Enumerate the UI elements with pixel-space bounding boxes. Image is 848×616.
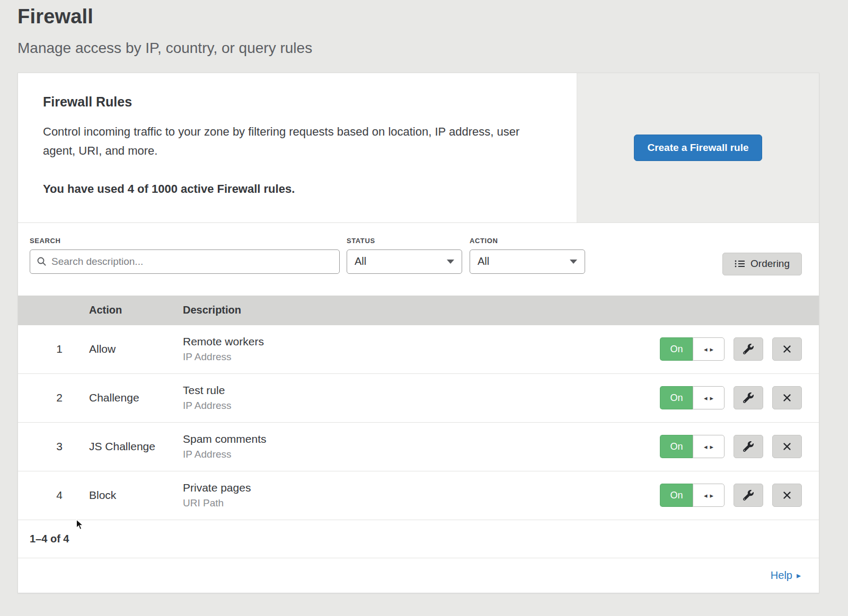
arrow-left-icon: ◂	[704, 443, 708, 451]
arrow-right-icon: ▸	[710, 345, 714, 353]
arrow-right-icon: ▸	[797, 570, 801, 581]
rule-priority: 3	[30, 440, 89, 453]
rule-description-cell: Test rule IP Address	[183, 384, 660, 412]
wrench-icon	[743, 490, 754, 501]
pagination-summary: 1–4 of 4	[18, 520, 819, 558]
rule-match-type: IP Address	[183, 351, 660, 363]
rule-match-type: URI Path	[183, 497, 660, 509]
wrench-icon	[743, 392, 754, 403]
card-header-right: Create a Firewall rule	[577, 73, 819, 222]
ordering-button[interactable]: Ordering	[722, 253, 802, 275]
status-select-value: All	[355, 255, 366, 267]
arrow-right-icon: ▸	[710, 394, 714, 402]
rule-description-cell: Spam comments IP Address	[183, 433, 660, 460]
rule-priority: 1	[30, 343, 89, 355]
rule-controls: On ◂▸	[660, 484, 802, 507]
delete-rule-button[interactable]	[772, 337, 802, 361]
filters-bar: SEARCH STATUS All ACTION	[18, 223, 819, 296]
arrow-right-icon: ▸	[710, 492, 714, 499]
search-input[interactable]	[51, 256, 333, 267]
status-label: STATUS	[347, 237, 462, 245]
card-footer: Help ▸	[18, 558, 819, 593]
page-subtitle: Manage access by IP, country, or query r…	[17, 40, 819, 57]
edit-rule-button[interactable]	[734, 337, 763, 361]
column-action: Action	[89, 304, 183, 316]
arrow-left-icon: ◂	[704, 394, 708, 402]
rule-toggle-group: On ◂▸	[660, 386, 725, 409]
rule-toggle-on-button[interactable]: On	[660, 435, 693, 458]
rule-toggle-on-button[interactable]: On	[660, 337, 693, 361]
card-description: Control incoming traffic to your zone by…	[43, 122, 534, 161]
search-icon	[37, 256, 47, 266]
rule-description: Spam comments	[183, 433, 660, 445]
edit-rule-button[interactable]	[734, 386, 763, 409]
edit-rule-button[interactable]	[734, 484, 763, 507]
delete-rule-button[interactable]	[772, 386, 802, 409]
arrow-right-icon: ▸	[710, 443, 714, 451]
table-row: 3 JS Challenge Spam comments IP Address …	[18, 423, 819, 471]
rule-action: Block	[89, 489, 183, 502]
rule-description: Remote workers	[183, 335, 660, 348]
action-label: ACTION	[470, 237, 585, 245]
usage-text: You have used 4 of 1000 active Firewall …	[43, 182, 534, 196]
card-header: Firewall Rules Control incoming traffic …	[18, 73, 819, 223]
action-select-value: All	[478, 255, 489, 267]
action-select[interactable]: All	[470, 249, 585, 274]
card-title: Firewall Rules	[43, 94, 534, 110]
table-header: Action Description	[18, 296, 819, 325]
close-icon	[783, 394, 791, 402]
column-description: Description	[183, 304, 802, 316]
create-firewall-rule-button[interactable]: Create a Firewall rule	[634, 135, 762, 161]
arrow-left-icon: ◂	[704, 345, 708, 353]
rule-toggle-arrows-button[interactable]: ◂▸	[693, 435, 725, 458]
action-filter: ACTION All	[470, 237, 585, 274]
table-row: 2 Challenge Test rule IP Address On ◂▸	[18, 374, 819, 423]
rule-priority: 2	[30, 391, 89, 404]
rule-description-cell: Private pages URI Path	[183, 481, 660, 509]
firewall-page: Firewall Manage access by IP, country, o…	[0, 0, 848, 593]
ordering-list-icon	[735, 260, 745, 268]
arrow-left-icon: ◂	[704, 492, 708, 499]
rule-description: Private pages	[183, 481, 660, 494]
rule-action: Challenge	[89, 391, 183, 404]
page-title: Firewall	[17, 5, 819, 28]
edit-rule-button[interactable]	[734, 435, 763, 458]
search-box	[30, 249, 340, 274]
rule-controls: On ◂▸	[660, 337, 802, 361]
rule-match-type: IP Address	[183, 449, 660, 460]
status-filter: STATUS All	[347, 237, 462, 274]
close-icon	[783, 491, 791, 499]
ordering-button-label: Ordering	[750, 258, 790, 270]
rule-toggle-on-button[interactable]: On	[660, 386, 693, 409]
rule-controls: On ◂▸	[660, 386, 802, 409]
rule-toggle-arrows-button[interactable]: ◂▸	[693, 337, 725, 361]
table-row: 1 Allow Remote workers IP Address On ◂▸	[18, 325, 819, 374]
rule-toggle-arrows-button[interactable]: ◂▸	[693, 386, 725, 409]
rule-toggle-group: On ◂▸	[660, 337, 725, 361]
rule-match-type: IP Address	[183, 400, 660, 412]
help-link[interactable]: Help ▸	[771, 569, 801, 582]
rule-controls: On ◂▸	[660, 435, 802, 458]
search-filter: SEARCH	[30, 237, 340, 274]
rule-priority: 4	[30, 489, 89, 502]
card-header-left: Firewall Rules Control incoming traffic …	[18, 73, 577, 222]
ordering-wrap: Ordering	[722, 237, 802, 275]
search-label: SEARCH	[30, 237, 340, 245]
rule-toggle-group: On ◂▸	[660, 484, 725, 507]
wrench-icon	[743, 441, 754, 452]
rule-toggle-on-button[interactable]: On	[660, 484, 693, 507]
firewall-rules-card: Firewall Rules Control incoming traffic …	[17, 73, 819, 593]
delete-rule-button[interactable]	[772, 484, 802, 507]
wrench-icon	[743, 344, 754, 354]
rule-toggle-arrows-button[interactable]: ◂▸	[693, 484, 725, 507]
status-select[interactable]: All	[347, 249, 462, 274]
rule-description-cell: Remote workers IP Address	[183, 335, 660, 363]
chevron-down-icon	[570, 260, 577, 264]
table-row: 4 Block Private pages URI Path On ◂▸	[18, 471, 819, 520]
rule-toggle-group: On ◂▸	[660, 435, 725, 458]
chevron-down-icon	[447, 260, 454, 264]
delete-rule-button[interactable]	[772, 435, 802, 458]
rule-action: JS Challenge	[89, 440, 183, 453]
rule-description: Test rule	[183, 384, 660, 397]
close-icon	[783, 345, 791, 353]
